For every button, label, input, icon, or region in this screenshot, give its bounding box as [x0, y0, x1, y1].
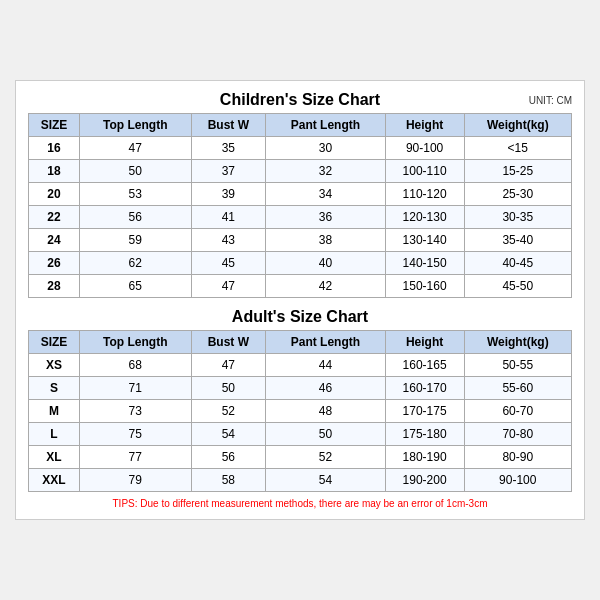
- adult-col-header-height: Height: [385, 331, 464, 354]
- table-cell: 44: [266, 354, 386, 377]
- col-header-pant-length: Pant Length: [266, 114, 386, 137]
- table-row: M735248170-17560-70: [29, 400, 572, 423]
- table-cell: 43: [191, 229, 266, 252]
- table-row: XXL795854190-20090-100: [29, 469, 572, 492]
- table-cell: 65: [79, 275, 191, 298]
- adult-col-header-size: SIZE: [29, 331, 80, 354]
- adult-size-table: SIZE Top Length Bust W Pant Length Heigh…: [28, 330, 572, 492]
- table-cell: 160-165: [385, 354, 464, 377]
- table-cell: 90-100: [464, 469, 571, 492]
- table-cell: 26: [29, 252, 80, 275]
- table-cell: 56: [79, 206, 191, 229]
- table-cell: 190-200: [385, 469, 464, 492]
- table-cell: 40: [266, 252, 386, 275]
- table-cell: 52: [191, 400, 266, 423]
- table-cell: 73: [79, 400, 191, 423]
- adult-col-header-pant-length: Pant Length: [266, 331, 386, 354]
- adult-col-header-weight: Weight(kg): [464, 331, 571, 354]
- table-cell: 48: [266, 400, 386, 423]
- table-row: L755450175-18070-80: [29, 423, 572, 446]
- table-cell: 42: [266, 275, 386, 298]
- table-row: 26624540140-15040-45: [29, 252, 572, 275]
- table-cell: 38: [266, 229, 386, 252]
- adult-header-row: SIZE Top Length Bust W Pant Length Heigh…: [29, 331, 572, 354]
- col-header-bust-w: Bust W: [191, 114, 266, 137]
- table-cell: 45: [191, 252, 266, 275]
- table-cell: 34: [266, 183, 386, 206]
- table-cell: 15-25: [464, 160, 571, 183]
- table-cell: 150-160: [385, 275, 464, 298]
- table-cell: 56: [191, 446, 266, 469]
- table-cell: 77: [79, 446, 191, 469]
- table-cell: 75: [79, 423, 191, 446]
- col-header-top-length: Top Length: [79, 114, 191, 137]
- table-cell: <15: [464, 137, 571, 160]
- adult-title: Adult's Size Chart: [232, 308, 368, 326]
- table-row: XS684744160-16550-55: [29, 354, 572, 377]
- table-row: 18503732100-11015-25: [29, 160, 572, 183]
- table-cell: 62: [79, 252, 191, 275]
- table-cell: 54: [191, 423, 266, 446]
- table-cell: 20: [29, 183, 80, 206]
- children-title-row: Children's Size Chart UNIT: CM: [28, 91, 572, 109]
- table-row: 20533934110-12025-30: [29, 183, 572, 206]
- table-cell: 41: [191, 206, 266, 229]
- table-cell: XXL: [29, 469, 80, 492]
- table-cell: 180-190: [385, 446, 464, 469]
- table-cell: 36: [266, 206, 386, 229]
- table-cell: 79: [79, 469, 191, 492]
- table-cell: 35: [191, 137, 266, 160]
- children-header-row: SIZE Top Length Bust W Pant Length Heigh…: [29, 114, 572, 137]
- table-cell: 25-30: [464, 183, 571, 206]
- table-row: 28654742150-16045-50: [29, 275, 572, 298]
- table-cell: 140-150: [385, 252, 464, 275]
- table-cell: S: [29, 377, 80, 400]
- table-cell: 68: [79, 354, 191, 377]
- table-cell: 47: [79, 137, 191, 160]
- table-row: 22564136120-13030-35: [29, 206, 572, 229]
- table-cell: 80-90: [464, 446, 571, 469]
- adult-col-header-top-length: Top Length: [79, 331, 191, 354]
- adult-col-header-bust-w: Bust W: [191, 331, 266, 354]
- children-title: Children's Size Chart: [220, 91, 380, 109]
- col-header-size: SIZE: [29, 114, 80, 137]
- table-cell: 18: [29, 160, 80, 183]
- unit-label: UNIT: CM: [529, 95, 572, 106]
- table-cell: 60-70: [464, 400, 571, 423]
- table-cell: 130-140: [385, 229, 464, 252]
- table-cell: 71: [79, 377, 191, 400]
- table-cell: 50: [191, 377, 266, 400]
- col-header-weight: Weight(kg): [464, 114, 571, 137]
- table-cell: M: [29, 400, 80, 423]
- tips-text: TIPS: Due to different measurement metho…: [28, 498, 572, 509]
- table-row: 24594338130-14035-40: [29, 229, 572, 252]
- table-cell: 37: [191, 160, 266, 183]
- table-cell: L: [29, 423, 80, 446]
- table-cell: 53: [79, 183, 191, 206]
- table-cell: 54: [266, 469, 386, 492]
- children-size-table: SIZE Top Length Bust W Pant Length Heigh…: [28, 113, 572, 298]
- table-cell: 50: [266, 423, 386, 446]
- table-cell: 170-175: [385, 400, 464, 423]
- chart-container: Children's Size Chart UNIT: CM SIZE Top …: [15, 80, 585, 520]
- table-cell: XL: [29, 446, 80, 469]
- table-cell: 58: [191, 469, 266, 492]
- table-cell: 50: [79, 160, 191, 183]
- table-cell: 22: [29, 206, 80, 229]
- table-cell: 40-45: [464, 252, 571, 275]
- table-cell: 52: [266, 446, 386, 469]
- col-header-height: Height: [385, 114, 464, 137]
- table-cell: 175-180: [385, 423, 464, 446]
- table-cell: 120-130: [385, 206, 464, 229]
- table-cell: 47: [191, 275, 266, 298]
- table-cell: 39: [191, 183, 266, 206]
- table-cell: 70-80: [464, 423, 571, 446]
- table-cell: 32: [266, 160, 386, 183]
- table-cell: 50-55: [464, 354, 571, 377]
- table-cell: 55-60: [464, 377, 571, 400]
- table-cell: 45-50: [464, 275, 571, 298]
- table-cell: 160-170: [385, 377, 464, 400]
- table-cell: 24: [29, 229, 80, 252]
- table-cell: 16: [29, 137, 80, 160]
- table-row: S715046160-17055-60: [29, 377, 572, 400]
